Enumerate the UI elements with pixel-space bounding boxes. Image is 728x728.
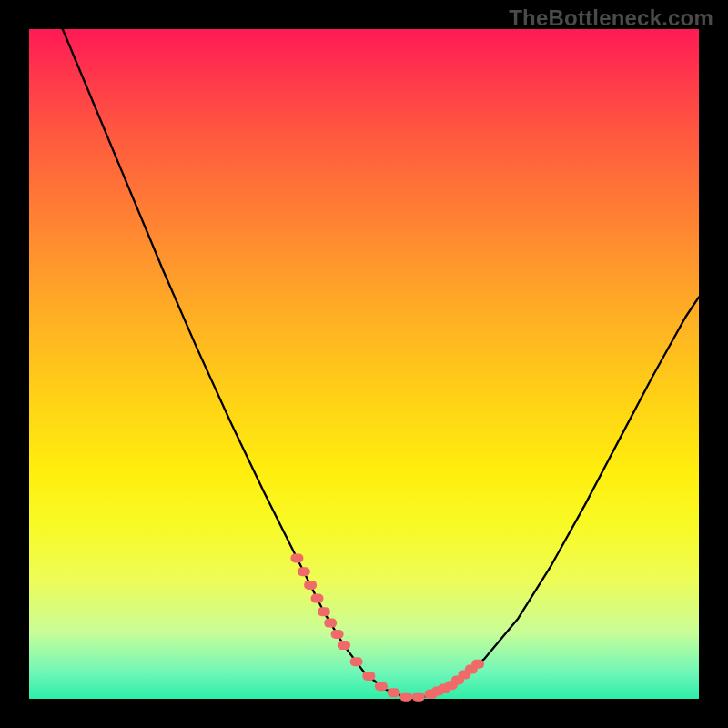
paint-dab — [412, 693, 425, 702]
paint-dab — [324, 619, 337, 628]
paint-dab — [388, 688, 400, 697]
paint-dab — [304, 581, 317, 590]
paint-dab — [362, 672, 375, 681]
paint-dab — [290, 553, 303, 562]
paint-dab — [298, 567, 310, 576]
paint-dab — [331, 630, 344, 639]
curve-line — [63, 29, 699, 697]
paint-dab — [399, 693, 412, 702]
paint-bands — [290, 553, 484, 701]
paint-dab — [350, 657, 363, 666]
paint-dab — [318, 607, 330, 616]
series-curve — [63, 29, 699, 697]
paint-dab — [471, 660, 484, 669]
chart-frame: TheBottleneck.com — [0, 0, 728, 728]
paint-dab — [338, 641, 350, 650]
paint-dab — [375, 682, 388, 691]
watermark-label: TheBottleneck.com — [509, 5, 713, 31]
paint-dab — [311, 594, 324, 603]
chart-svg — [29, 29, 699, 699]
